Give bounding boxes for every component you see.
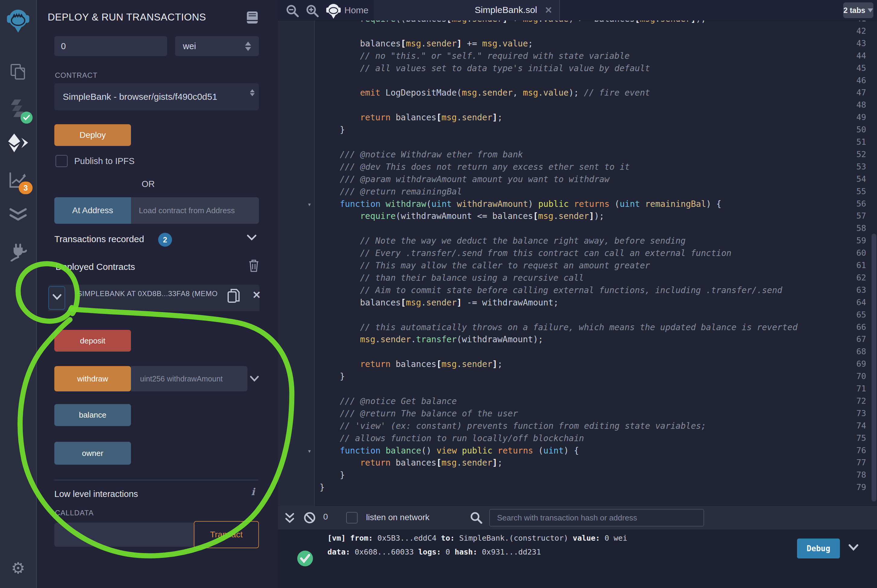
code-line[interactable]: function balance() view public returns (… xyxy=(340,446,579,456)
unit-testing-icon[interactable] xyxy=(0,206,36,224)
code-line[interactable]: // This may allow the caller to request … xyxy=(360,261,650,270)
code-line[interactable]: /// @notice Withdraw ether from bank xyxy=(340,150,523,159)
trash-icon[interactable] xyxy=(249,260,259,273)
line-number[interactable]: 74 xyxy=(844,421,866,430)
line-number[interactable]: 72 xyxy=(844,396,866,406)
function-deposit-button[interactable]: deposit xyxy=(54,330,131,352)
contract-select-spinner-icon[interactable] xyxy=(250,89,255,96)
line-number[interactable]: 43 xyxy=(844,39,866,48)
deploy-button[interactable]: Deploy xyxy=(54,124,131,146)
code-line[interactable]: /// @param withdrawAmount amount you wan… xyxy=(340,174,609,184)
line-number[interactable]: 55 xyxy=(844,187,866,196)
code-line[interactable]: // Aim to commit state before calling ex… xyxy=(360,285,782,295)
code-line[interactable]: } xyxy=(340,372,345,381)
line-number[interactable]: 68 xyxy=(844,347,866,356)
code-line[interactable]: return balances[msg.sender]; xyxy=(360,458,502,468)
line-number[interactable]: 70 xyxy=(844,372,866,381)
tab-close-icon[interactable]: ✕ xyxy=(545,5,552,15)
transactions-chevron-icon[interactable] xyxy=(247,235,257,242)
line-number[interactable]: 59 xyxy=(844,236,866,245)
tx-log-line[interactable]: [vm] from: 0x5B3...eddC4 to: SimpleBank.… xyxy=(328,534,627,543)
code-line[interactable]: require(withdrawAmount <= balances[msg.s… xyxy=(360,211,604,221)
code-line[interactable]: } xyxy=(340,125,345,135)
settings-gear-icon[interactable]: ⚙ xyxy=(0,558,36,578)
editor-scrollbar[interactable] xyxy=(872,234,876,501)
line-number[interactable]: 75 xyxy=(844,433,866,442)
code-line[interactable]: // 'view' (ex: constant) prevents functi… xyxy=(340,421,706,431)
line-number[interactable]: 48 xyxy=(844,100,866,110)
line-number[interactable]: 79 xyxy=(844,483,866,492)
instance-chevron-icon[interactable] xyxy=(53,294,62,302)
code-line[interactable]: function withdraw(uint withdrawAmount) p… xyxy=(340,199,721,209)
code-line[interactable]: } xyxy=(340,470,345,480)
line-number[interactable]: 44 xyxy=(844,51,866,60)
line-number[interactable]: 73 xyxy=(844,409,866,418)
code-line[interactable]: /// @return The balance of the user xyxy=(340,409,518,418)
code-line[interactable]: balances[msg.sender] += msg.value; xyxy=(360,39,533,48)
clear-console-icon[interactable] xyxy=(303,512,316,525)
fold-marker-icon[interactable]: ▾ xyxy=(308,448,311,454)
publish-ipfs-checkbox[interactable] xyxy=(56,155,68,167)
line-number[interactable]: 58 xyxy=(844,224,866,233)
line-number[interactable]: 61 xyxy=(844,261,866,270)
file-explorer-icon[interactable] xyxy=(0,63,36,81)
code-line[interactable]: // allows function to run locally/off bl… xyxy=(340,433,584,443)
line-number[interactable]: 53 xyxy=(844,162,866,171)
line-number[interactable]: 66 xyxy=(844,322,866,332)
line-number[interactable]: 46 xyxy=(844,76,866,85)
withdraw-expand-chevron-icon[interactable] xyxy=(250,376,259,384)
function-owner-button[interactable]: owner xyxy=(54,442,131,465)
docs-book-icon[interactable] xyxy=(246,11,258,26)
code-editor[interactable]: Home SimpleBank.sol ✕ 2 tabs 41require((… xyxy=(278,0,877,506)
code-line[interactable]: emit LogDepositMade(msg.sender, msg.valu… xyxy=(360,88,650,98)
line-number[interactable]: 45 xyxy=(844,63,866,73)
line-number[interactable]: 57 xyxy=(844,211,866,220)
terminal-expand-icon[interactable] xyxy=(284,512,295,525)
code-line[interactable]: balances[msg.sender] -= withdrawAmount; xyxy=(360,298,558,308)
instance-close-icon[interactable]: ✕ xyxy=(252,289,261,301)
line-number[interactable]: 51 xyxy=(844,137,866,147)
tab-home[interactable]: Home xyxy=(344,5,369,15)
at-address-button[interactable]: At Address xyxy=(54,197,131,224)
calldata-input[interactable] xyxy=(54,523,195,547)
code-line[interactable]: /// @return remainingBal xyxy=(340,187,462,196)
zoom-out-icon[interactable] xyxy=(286,4,299,19)
fold-marker-icon[interactable]: ▾ xyxy=(308,201,311,208)
plugin-manager-icon[interactable] xyxy=(0,242,36,262)
code-line[interactable]: // Note the way we deduct the balance ri… xyxy=(360,236,686,246)
line-number[interactable]: 67 xyxy=(844,334,866,344)
code-line[interactable]: /// @dev This does not return any excess… xyxy=(340,162,630,172)
line-number[interactable]: 62 xyxy=(844,273,866,282)
copy-address-icon[interactable] xyxy=(227,288,240,304)
tabs-count-button[interactable]: 2 tabs xyxy=(843,2,873,18)
terminal-search-input[interactable]: Search with transaction hash or address xyxy=(489,509,704,526)
transact-button[interactable]: Transact xyxy=(194,521,259,548)
contract-select[interactable]: SimpleBank - browser/gists/f490c0d51 xyxy=(54,83,259,110)
at-address-input[interactable]: Load contract from Address xyxy=(131,197,259,224)
tx-log-line[interactable]: data: 0x608...60033 logs: 0 hash: 0x931.… xyxy=(328,548,541,556)
listen-network-checkbox[interactable] xyxy=(346,512,358,524)
info-icon[interactable]: i xyxy=(251,486,255,498)
code-line[interactable]: // no "this." or "self." required with s… xyxy=(360,51,630,61)
code-line[interactable]: msg.sender.transfer(withdrawAmount); xyxy=(360,334,543,344)
code-line[interactable]: } xyxy=(320,483,325,492)
unit-spinner-icon[interactable] xyxy=(245,42,251,51)
value-input[interactable]: 0 xyxy=(54,36,167,56)
line-number[interactable]: 47 xyxy=(844,88,866,97)
withdraw-amount-input[interactable]: uint256 withdrawAmount xyxy=(131,366,247,392)
line-number[interactable]: 42 xyxy=(844,26,866,36)
line-number[interactable]: 69 xyxy=(844,359,866,369)
code-line[interactable]: // this automatically throws on a failur… xyxy=(360,322,797,332)
line-number[interactable]: 76 xyxy=(844,446,866,455)
line-number[interactable]: 65 xyxy=(844,310,866,320)
code-line[interactable]: // all values set to data type's initial… xyxy=(360,63,650,73)
line-number[interactable]: 63 xyxy=(844,285,866,295)
line-number[interactable]: 52 xyxy=(844,150,866,159)
code-line[interactable]: // Every .transfer/.send from this contr… xyxy=(360,248,731,258)
debug-button[interactable]: Debug xyxy=(797,538,840,558)
function-balance-button[interactable]: balance xyxy=(54,404,131,426)
code-line[interactable]: /// @notice Get balance xyxy=(340,396,457,406)
line-number[interactable]: 56 xyxy=(844,199,866,208)
deploy-run-icon[interactable] xyxy=(0,133,36,153)
tab-simplebank[interactable]: SimpleBank.sol ✕ xyxy=(374,0,560,21)
